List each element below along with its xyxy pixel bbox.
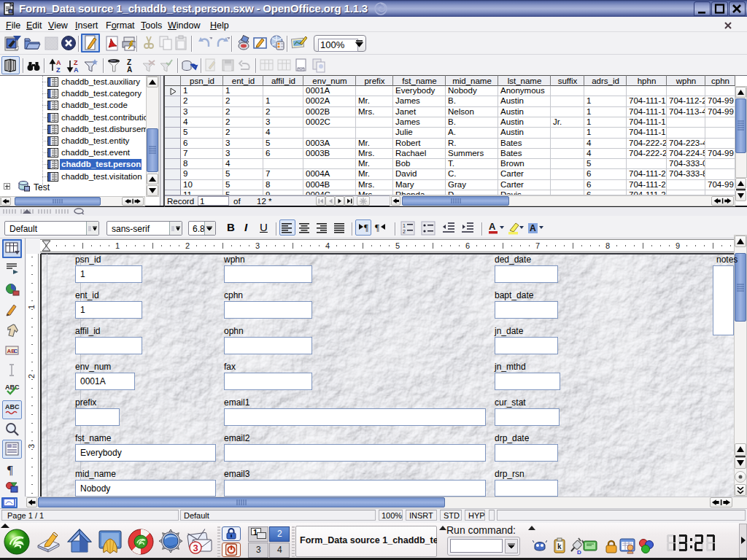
svg-text:D: D <box>577 549 581 556</box>
svg-text:ABC: ABC <box>5 384 20 391</box>
svg-text:A: A <box>56 59 61 66</box>
svg-text:Z: Z <box>56 66 61 74</box>
svg-text:A: A <box>489 221 496 232</box>
svg-text:A: A <box>127 66 132 74</box>
svg-text:A: A <box>74 66 79 74</box>
svg-text:¶: ¶ <box>364 222 368 233</box>
svg-text:¶: ¶ <box>375 222 379 233</box>
svg-text:¶: ¶ <box>7 463 13 477</box>
svg-text:3: 3 <box>193 542 198 553</box>
svg-text:1: 1 <box>403 223 406 228</box>
svg-text:C: C <box>14 348 18 354</box>
svg-text:2: 2 <box>403 229 406 234</box>
svg-text:A: A <box>530 223 536 233</box>
svg-text:k: k <box>557 542 562 551</box>
svg-text:ABC: ABC <box>5 403 20 411</box>
svg-text:Z: Z <box>74 59 78 66</box>
